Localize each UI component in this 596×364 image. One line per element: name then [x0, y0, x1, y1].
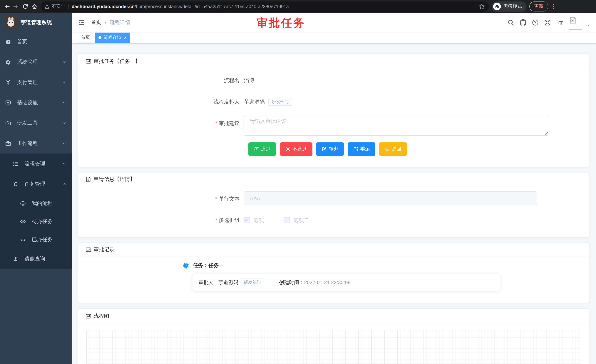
home-icon[interactable] [31, 3, 38, 10]
address-bar[interactable]: 不安全 dashboard.yudao.iocoder.cn/bpm/proce… [41, 1, 489, 12]
gear-icon [5, 59, 11, 65]
approve-button[interactable]: 通过 [248, 142, 276, 156]
forward-icon[interactable] [13, 3, 19, 10]
tab-home[interactable]: 首页 [78, 32, 93, 43]
app-logo [5, 16, 17, 29]
app-logo-row[interactable]: 芋道管理系统 [0, 13, 72, 31]
sidebar: 芋道管理系统 首页 系统管理 支付管理 基础设施 [0, 13, 72, 364]
chevron-down-icon [62, 121, 66, 125]
breadcrumb-current: 流程详情 [110, 19, 130, 26]
avatar[interactable] [569, 16, 582, 29]
suggestion-label: *审批建议 [86, 116, 244, 131]
required-asterisk: * [215, 196, 217, 202]
checkbox-option1 [244, 217, 250, 223]
picture-icon [86, 313, 91, 319]
chevron-up-icon [62, 182, 66, 186]
document-icon [86, 176, 91, 182]
search-icon[interactable] [507, 19, 514, 26]
help-icon[interactable] [532, 19, 539, 26]
created-time: 2022-01-21 22:35:08 [304, 280, 350, 285]
record-item: 审批人： 芋道源码 研发部门 创建时间： 2022-01-21 22:35:08 [193, 274, 500, 291]
reject-button[interactable]: 不通过 [280, 142, 313, 156]
eye-icon [20, 218, 26, 224]
close-tab-icon[interactable]: × [124, 35, 127, 40]
assignee-value: 芋道源码 [218, 279, 238, 286]
sidebar-item-workflow[interactable]: 工作流程 [0, 133, 72, 153]
initiator-row: 流程发起人 芋道源码 研发部门 [86, 94, 581, 109]
breadcrumb: 首页 / 流程详情 [91, 19, 130, 26]
active-dot [98, 36, 101, 39]
initiator-value: 芋道源码 [244, 94, 265, 109]
approve-task-card-header: 审批任务【任务一】 [78, 54, 589, 69]
single-text-label: *单行文本 [86, 191, 244, 206]
back-icon[interactable] [4, 3, 10, 10]
fullscreen-icon[interactable] [544, 19, 551, 26]
security-label[interactable]: 不安全 [52, 3, 65, 10]
reload-icon[interactable] [22, 3, 29, 10]
flow-tree-icon [13, 181, 19, 187]
apply-info-card: 申请信息【滔博】 *单行文本 *多选框组 选项一 [78, 173, 589, 238]
briefcase-icon [5, 140, 11, 146]
sidebar-item-devtools[interactable]: 研发工具 [0, 113, 72, 133]
breadcrumb-separator: / [105, 20, 106, 26]
caret-down-icon[interactable] [586, 23, 590, 27]
checkbox-group-label: *多选框组 [86, 213, 244, 227]
list-icon [13, 161, 19, 167]
undo-icon [385, 146, 390, 152]
process-name-value: 滔博 [244, 73, 254, 88]
sidebar-item-process-mgmt[interactable]: 流程管理 [0, 153, 72, 174]
face-icon [20, 200, 26, 206]
yen-icon [5, 79, 11, 85]
process-name-row: 流程名 滔博 [86, 73, 581, 88]
task-line: 任务：任务一 [193, 262, 224, 269]
delegate-button[interactable]: 委派 [348, 142, 375, 156]
sidebar-item-todo-tasks[interactable]: 待办任务 [0, 212, 72, 230]
checkbox-option2-label: 选项二 [294, 213, 309, 227]
broken-image-icon [569, 16, 577, 24]
tags-view-bar: 首页 流程详情 × [72, 32, 596, 44]
dashboard-icon [5, 39, 11, 44]
bpmn-canvas[interactable] [86, 330, 581, 364]
sidebar-item-task-mgmt[interactable]: 任务管理 [0, 174, 72, 194]
github-icon[interactable] [520, 19, 526, 26]
transfer-button[interactable]: 转办 [316, 142, 344, 156]
tab-process-detail[interactable]: 流程详情 × [95, 32, 130, 43]
return-button[interactable]: 退回 [379, 142, 407, 156]
edit-icon [353, 146, 358, 152]
workflow-submenu: 流程管理 任务管理 我的流程 待办任务 已办 [0, 153, 72, 269]
user-icon [13, 256, 19, 262]
sidebar-item-home[interactable]: 首页 [0, 31, 72, 52]
chevron-down-icon [62, 101, 66, 105]
card-title: 流程图 [94, 313, 109, 320]
process-diagram-card-header: 流程图 [78, 309, 589, 324]
font-size-icon[interactable] [556, 19, 563, 26]
process-diagram-card: 流程图 [78, 308, 589, 364]
sidebar-item-leave-query[interactable]: 请假查询 [0, 248, 72, 269]
divider [68, 4, 69, 9]
not-secure-icon [45, 4, 50, 9]
sidebar-item-system[interactable]: 系统管理 [0, 52, 72, 72]
sidebar-item-payment[interactable]: 支付管理 [0, 72, 72, 93]
browser-menu-icon[interactable] [551, 4, 555, 9]
url-text[interactable]: dashboard.yudao.iocoder.cn/bpm/process-i… [72, 4, 476, 9]
sidebar-item-infra[interactable]: 基础设施 [0, 93, 72, 113]
clock-icon [183, 263, 189, 269]
suggestion-row: *审批建议 [86, 116, 581, 136]
required-asterisk: * [215, 120, 217, 126]
suggestion-textarea[interactable] [244, 116, 548, 136]
apply-info-card-header: 申请信息【滔博】 [78, 173, 589, 186]
created-label: 创建时间： [279, 279, 304, 286]
single-text-input [244, 191, 537, 205]
breadcrumb-home[interactable]: 首页 [91, 19, 101, 26]
chevron-down-icon [62, 162, 66, 166]
card-title: 审批记录 [94, 246, 114, 253]
sidebar-item-my-process[interactable]: 我的流程 [0, 194, 72, 212]
incognito-icon [494, 4, 500, 9]
initiator-dept-tag: 研发部门 [268, 98, 292, 106]
bookmark-star-icon[interactable] [479, 3, 485, 10]
sidebar-item-done-tasks[interactable]: 已办任务 [0, 230, 72, 248]
app-title: 芋道管理系统 [21, 19, 52, 26]
collapse-sidebar-icon[interactable] [78, 19, 85, 26]
chrome-update-button[interactable]: 更新 [529, 1, 548, 11]
checkbox-group-row: *多选框组 选项一 选项二 [86, 213, 581, 227]
